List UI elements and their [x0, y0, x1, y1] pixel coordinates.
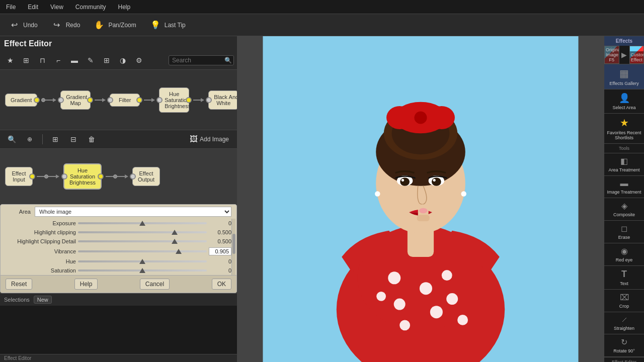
tool-grid[interactable]: ⊞ — [19, 53, 33, 67]
svg-point-10 — [376, 292, 386, 301]
menu-bar: File Edit View Community Help — [0, 0, 644, 14]
section-text[interactable]: T Text — [604, 266, 644, 290]
section-redeye[interactable]: ◉ Red eye — [604, 243, 644, 266]
param-label-exposure: Exposure — [6, 220, 76, 226]
menu-file[interactable]: File — [4, 3, 18, 12]
favorites-icon: ★ — [620, 117, 629, 129]
section-favorites[interactable]: ★ Favorites Recent Shortlists — [604, 114, 644, 144]
section-area-treatment[interactable]: ◧ Area Treatment — [604, 153, 644, 176]
section-erase[interactable]: ◻ Erase — [604, 221, 644, 243]
slider-highlight-clip[interactable] — [78, 231, 207, 233]
slider-track-highlight-detail[interactable] — [78, 240, 207, 242]
last-tip-button[interactable]: 💡 Last Tip — [145, 16, 189, 34]
node-hue-sat-bottom[interactable]: HueSaturationBrightness — [63, 163, 102, 190]
node-hue-sat-top[interactable]: HueSaturationBrightness — [159, 87, 189, 113]
svg-point-9 — [446, 293, 458, 305]
reset-button[interactable]: Reset — [6, 279, 32, 290]
image-area — [237, 36, 604, 362]
tool-star[interactable]: ★ — [3, 53, 17, 67]
scrollbar[interactable] — [231, 219, 235, 275]
ok-button[interactable]: OK — [212, 279, 231, 290]
pan-zoom-button[interactable]: ✋ Pan/Zoom — [89, 16, 139, 34]
param-value-vibrance[interactable]: 0.905 — [209, 247, 231, 255]
tool-brush[interactable]: ⊓ — [35, 53, 49, 67]
pipeline-node-gradient-wrapper: Gradient — [5, 94, 37, 107]
add-image-button[interactable]: 🖼 Add Image — [186, 133, 233, 146]
pipe-bot-dot-1 — [44, 174, 48, 178]
pipe-bot-arrow-1 — [56, 174, 59, 178]
slider-hue[interactable] — [78, 260, 207, 262]
delete-button[interactable]: 🗑 — [84, 132, 99, 146]
tool-palette[interactable]: ◑ — [116, 53, 130, 67]
menu-view[interactable]: View — [48, 3, 65, 12]
pipe-bot-arrow-2 — [125, 174, 128, 178]
tool-pencil[interactable]: ✎ — [84, 53, 98, 67]
section-straighten[interactable]: ⟋ Straighten — [604, 312, 644, 334]
tool-line[interactable]: ▬ — [67, 53, 82, 67]
menu-help[interactable]: Help — [116, 3, 133, 12]
section-crop[interactable]: ⌧ Crop — [604, 290, 644, 312]
section-effects-gallery[interactable]: ▦ Effects Gallery — [604, 64, 644, 89]
section-rotate[interactable]: ↻ Rotate 90° — [604, 334, 644, 357]
node-gradient[interactable]: Gradient — [5, 94, 37, 107]
param-row-saturation: Saturation 0 — [1, 266, 236, 275]
selections-new-button[interactable]: New — [34, 296, 52, 304]
svg-point-11 — [457, 315, 468, 325]
section-image-treatment[interactable]: ▬ Image Treatment — [604, 176, 644, 198]
arrow-button[interactable]: ▶ — [619, 46, 629, 64]
node-effect-input[interactable]: EffectInput — [5, 167, 33, 186]
slider-exposure[interactable] — [78, 222, 207, 224]
param-label-vibrance: Vibrance — [6, 248, 76, 254]
node-effect-output[interactable]: EffectOutput — [132, 167, 160, 186]
section-rotate-label: Rotate 90° — [613, 348, 635, 353]
slider-track-vibrance[interactable] — [78, 250, 207, 252]
selections-label: Selections — [4, 297, 30, 303]
section-crop-label: Crop — [619, 304, 629, 309]
node-filter[interactable]: Filter — [110, 94, 140, 107]
section-composite-label: Composite — [613, 212, 635, 217]
thumbnail-original[interactable]: Original Image F5 — [604, 46, 619, 64]
zoom-out-button[interactable]: 🔍 — [4, 132, 19, 146]
undo-button[interactable]: ↩ Undo — [4, 16, 41, 34]
node-black-white[interactable]: Black AndWhite — [208, 90, 237, 110]
redo-button[interactable]: ↪ Redo — [47, 16, 84, 34]
slider-track-hue[interactable] — [78, 260, 207, 262]
node-filter-right — [136, 97, 142, 103]
tool-table[interactable]: ⊞ — [100, 53, 114, 67]
cancel-button[interactable]: Cancel — [140, 279, 170, 290]
param-row-highlight-detail: Highlight Clipping Detail 0.500 — [1, 237, 236, 246]
search-box: 🔍 — [169, 55, 234, 65]
help-button[interactable]: Help — [74, 279, 98, 290]
connector-3 — [144, 98, 155, 102]
toolbar: ↩ Undo ↪ Redo ✋ Pan/Zoom 💡 Last Tip — [0, 14, 644, 36]
section-composite[interactable]: ◈ Composite — [604, 198, 644, 221]
arrange-button[interactable]: ⊞ — [48, 132, 63, 146]
area-select[interactable]: Whole imageSelectionCustom — [35, 207, 231, 217]
main-image — [237, 36, 604, 362]
zoom-in-button[interactable]: ⊕ — [22, 132, 37, 146]
tip-icon: 💡 — [148, 18, 163, 32]
connect-button[interactable]: ⊟ — [66, 132, 81, 146]
param-row-highlight-clip: Highlight clipping 0.500 — [1, 228, 236, 237]
undo-icon: ↩ — [7, 18, 21, 32]
slider-saturation[interactable] — [78, 269, 207, 272]
node-hue-bot-left — [61, 173, 67, 179]
node-gradient-map[interactable]: GradientMap — [60, 90, 91, 110]
section-tools: Tools — [604, 144, 644, 153]
thumbnail-custom[interactable]: Custom Effect — [629, 46, 645, 64]
section-select-area[interactable]: 👤 Select Area — [604, 89, 644, 114]
slider-track-saturation[interactable] — [78, 269, 207, 272]
svg-point-24 — [432, 177, 441, 186]
slider-track-highlight-clip[interactable] — [78, 231, 207, 233]
search-input[interactable] — [172, 57, 222, 64]
tool-settings[interactable]: ⚙ — [132, 53, 146, 67]
menu-community[interactable]: Community — [73, 3, 108, 12]
svg-point-6 — [394, 299, 406, 310]
pipe-line-3 — [144, 100, 151, 101]
slider-vibrance[interactable] — [78, 250, 207, 252]
slider-track-exposure[interactable] — [78, 222, 207, 224]
slider-highlight-detail[interactable] — [78, 240, 207, 242]
menu-edit[interactable]: Edit — [26, 3, 40, 12]
svg-point-26 — [433, 179, 436, 182]
tool-select[interactable]: ⌐ — [51, 53, 65, 67]
